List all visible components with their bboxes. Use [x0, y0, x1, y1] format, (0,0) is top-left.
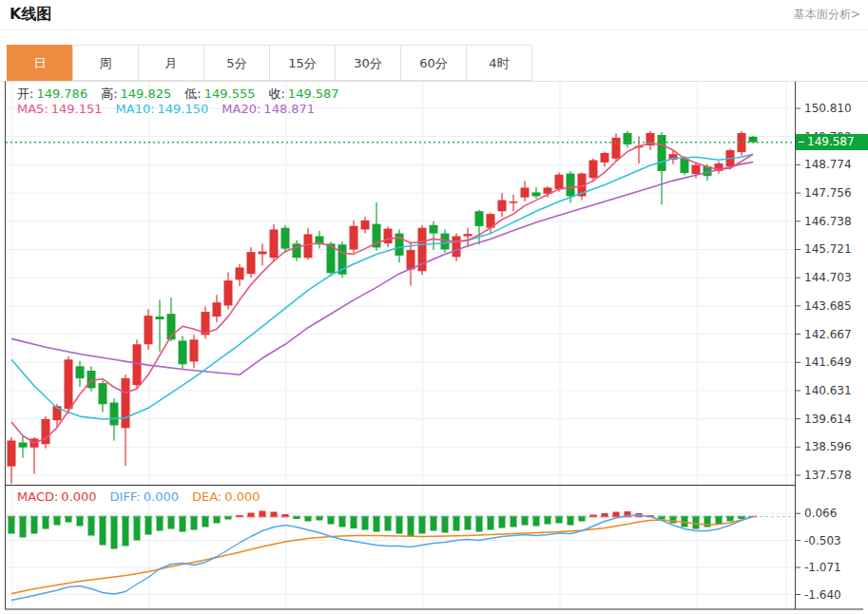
tab-interval-7[interactable]: 4时 — [466, 45, 532, 81]
legend-value: 149.555 — [204, 86, 256, 101]
interval-tabbar: 日周月5分15分30分60分4时 — [8, 45, 532, 81]
legend-label: MACD: — [17, 489, 58, 504]
kline-page: { "header": { "title": "K线图", "link_labe… — [0, 0, 868, 614]
legend-value: 0.000 — [144, 489, 179, 504]
legend-label: 低: — [184, 86, 201, 101]
macd-axis-label: 0.066 — [804, 507, 837, 520]
legend-value: 149.150 — [158, 102, 209, 116]
legend-label: MA10: — [116, 102, 155, 116]
tab-interval-0[interactable]: 日 — [7, 45, 73, 81]
price-axis-label: 148.774 — [804, 158, 852, 171]
legend-value: 149.587 — [288, 86, 339, 101]
macd-legend-row: MACD:0.000DIFF:0.000DEA:0.000 — [17, 489, 260, 504]
tab-interval-5[interactable]: 30分 — [335, 45, 401, 81]
legend-label: 收: — [268, 86, 284, 101]
price-axis-label: 141.649 — [804, 355, 852, 369]
price-axis-label: 140.631 — [804, 384, 852, 397]
macd-axis-label: -1.071 — [804, 561, 841, 574]
macd-axis-label: -0.503 — [804, 534, 841, 547]
legend-label: 高: — [101, 86, 117, 101]
price-tag-tick-icon — [799, 142, 804, 143]
last-price-tag: 149.587 — [796, 134, 868, 150]
price-axis-label: 144.703 — [804, 271, 852, 284]
tab-interval-2[interactable]: 月 — [138, 45, 204, 81]
legend-label: MA5: — [17, 102, 48, 116]
legend-value: 148.871 — [263, 102, 315, 116]
price-axis-label: 146.738 — [804, 215, 852, 228]
legend-value: 149.151 — [51, 102, 103, 116]
price-axis-label: 137.578 — [804, 469, 852, 482]
legend-label: MA20: — [222, 102, 260, 116]
price-axis-label: 143.685 — [804, 299, 852, 313]
legend-value: 149.825 — [121, 86, 172, 101]
tab-interval-3[interactable]: 5分 — [203, 45, 270, 81]
price-axis-label: 139.614 — [804, 413, 852, 426]
legend-value: 0.000 — [61, 489, 96, 504]
ma-legend-row: MA5:149.151MA10:149.150MA20:148.871 — [17, 102, 315, 116]
price-axis-label: 138.596 — [804, 440, 852, 453]
tab-interval-6[interactable]: 60分 — [400, 45, 467, 81]
legend-label: 开: — [17, 86, 33, 101]
last-price-value: 149.587 — [807, 135, 855, 148]
macd-axis-label: -1.640 — [804, 588, 841, 602]
legend-value: 0.000 — [224, 489, 260, 504]
legend-label: DIFF: — [110, 489, 141, 504]
price-axis-label: 147.756 — [804, 186, 852, 200]
ohlc-legend-row: 开:149.786高:149.825低:149.555收:149.587 — [17, 86, 339, 103]
tab-interval-4[interactable]: 15分 — [269, 45, 336, 81]
price-axis-label: 150.810 — [804, 102, 852, 115]
price-axis-label: 142.667 — [804, 328, 852, 341]
legend-label: DEA: — [192, 489, 222, 504]
tab-interval-1[interactable]: 周 — [72, 45, 139, 81]
legend-value: 149.786 — [36, 86, 87, 101]
price-axis-label: 145.721 — [804, 242, 852, 256]
